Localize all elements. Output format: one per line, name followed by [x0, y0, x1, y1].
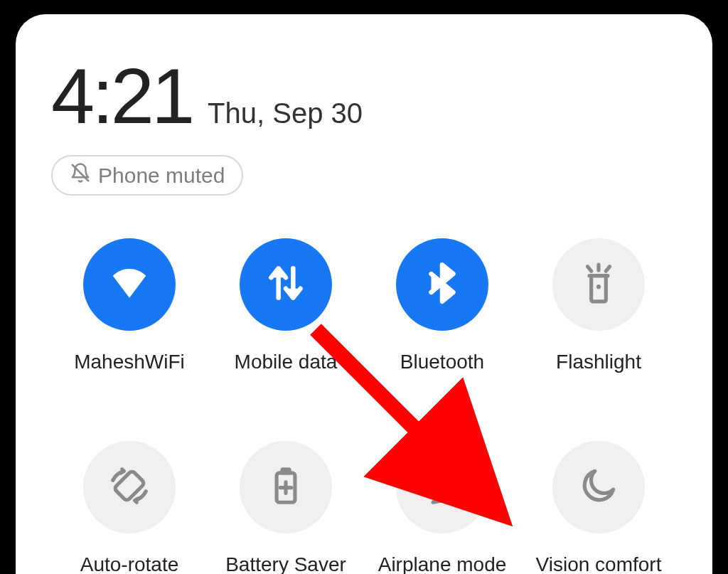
svg-line-5 — [606, 267, 609, 271]
bluetooth-icon — [420, 261, 464, 308]
auto-rotate-icon — [107, 464, 151, 511]
tile-mobile-data-label: Mobile data — [235, 351, 338, 373]
vision-comfort-icon — [577, 464, 621, 511]
tile-vision-comfort-button[interactable] — [552, 441, 645, 533]
tile-bluetooth-label: Bluetooth — [400, 351, 484, 373]
tile-auto-rotate-button[interactable] — [83, 441, 176, 533]
tile-airplane-mode-label: Airplane mode — [378, 553, 507, 574]
svg-rect-8 — [282, 469, 289, 473]
tile-battery-saver[interactable]: Battery Saver — [225, 441, 346, 574]
clock-time: 4:21 — [51, 57, 192, 135]
phone-muted-chip[interactable]: Phone muted — [51, 155, 243, 196]
tile-vision-comfort-label: Vision comfort — [536, 553, 662, 574]
tile-mobile-data[interactable]: Mobile data — [235, 238, 338, 373]
tile-wifi[interactable]: MaheshWiFi — [74, 238, 185, 373]
tile-bluetooth-button[interactable] — [396, 238, 488, 331]
tile-flashlight-label: Flashlight — [556, 351, 641, 373]
tile-flashlight[interactable]: Flashlight — [552, 238, 645, 373]
phone-muted-label: Phone muted — [98, 164, 225, 188]
tile-vision-comfort[interactable]: Vision comfort — [536, 441, 662, 574]
mobile-data-icon — [264, 261, 308, 308]
tile-battery-saver-button[interactable] — [240, 441, 332, 533]
tile-airplane-mode-button[interactable] — [396, 441, 488, 533]
panel-header: 4:21 Thu, Sep 30 — [51, 57, 677, 135]
bell-off-icon — [70, 162, 91, 188]
tile-flashlight-button[interactable] — [552, 238, 645, 331]
tile-wifi-button[interactable] — [83, 238, 176, 331]
tile-mobile-data-button[interactable] — [240, 238, 332, 331]
tile-airplane-mode[interactable]: Airplane mode — [378, 441, 507, 574]
quick-settings-panel: 4:21 Thu, Sep 30 Phone muted MaheshWiFi — [16, 14, 712, 574]
airplane-mode-icon — [420, 464, 464, 511]
wifi-icon — [107, 261, 151, 308]
quick-settings-grid: MaheshWiFi Mobile data — [51, 238, 677, 574]
tile-wifi-label: MaheshWiFi — [74, 351, 185, 373]
battery-saver-icon — [264, 464, 308, 511]
tile-auto-rotate[interactable]: Auto-rotate — [80, 441, 179, 574]
tile-auto-rotate-label: Auto-rotate — [80, 553, 179, 574]
clock-date: Thu, Sep 30 — [208, 97, 363, 129]
tile-battery-saver-label: Battery Saver — [225, 553, 346, 574]
svg-point-2 — [596, 285, 601, 289]
tile-bluetooth[interactable]: Bluetooth — [396, 238, 488, 373]
svg-line-4 — [588, 267, 592, 271]
flashlight-icon — [577, 261, 621, 308]
